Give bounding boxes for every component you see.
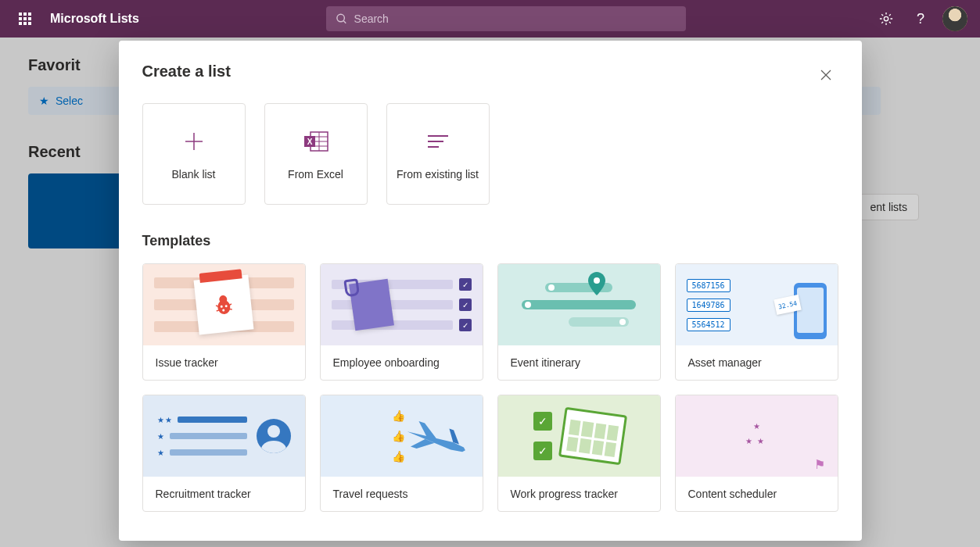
- svg-text:X: X: [307, 138, 312, 146]
- templates-heading: Templates: [142, 233, 838, 249]
- option-label: From Excel: [288, 168, 343, 181]
- template-work-progress[interactable]: ✓ ✓ Work progress tracker: [497, 395, 661, 512]
- svg-point-2: [884, 16, 888, 20]
- option-label: From existing list: [397, 168, 479, 181]
- help-button[interactable]: ?: [908, 6, 933, 31]
- person-icon: [257, 419, 291, 453]
- flag-icon: ⚑: [814, 457, 825, 472]
- template-preview: 👍 👍 👍: [321, 395, 483, 477]
- template-preview: ✓ ✓ ✓: [321, 264, 483, 345]
- search-input[interactable]: [354, 13, 677, 25]
- template-preview: ✓ ✓: [498, 395, 660, 477]
- phone-icon: [794, 283, 827, 339]
- template-preview: 5687156 1649786 5564512 32.54: [676, 264, 838, 345]
- settings-button[interactable]: [874, 6, 899, 31]
- asset-id: 1649786: [687, 299, 731, 312]
- template-preview: ★★ ★ ★: [143, 395, 305, 477]
- template-preview: [498, 264, 660, 345]
- help-icon: ?: [917, 11, 924, 27]
- template-recruitment-tracker[interactable]: ★★ ★ ★ Recruitment tracker: [142, 395, 306, 512]
- create-list-dialog: Create a list Blank list X From Excel: [119, 41, 862, 541]
- template-content-scheduler[interactable]: ⚑ Content scheduler: [675, 395, 838, 512]
- close-button[interactable]: [813, 63, 838, 88]
- template-label: Issue tracker: [143, 345, 305, 380]
- excel-icon: X: [302, 127, 330, 156]
- svg-point-0: [337, 14, 344, 21]
- gear-icon: [879, 12, 893, 26]
- option-label: Blank list: [171, 168, 215, 181]
- dialog-title: Create a list: [142, 63, 231, 80]
- option-from-excel[interactable]: X From Excel: [264, 103, 368, 205]
- svg-line-25: [229, 309, 232, 309]
- option-from-existing[interactable]: From existing list: [386, 103, 490, 205]
- asset-id: 5564512: [687, 318, 731, 331]
- template-asset-manager[interactable]: 5687156 1649786 5564512 32.54 Asset mana…: [675, 263, 838, 381]
- pin-icon: [588, 272, 605, 295]
- svg-line-1: [344, 21, 346, 23]
- plus-icon: [180, 127, 208, 156]
- template-label: Work progress tracker: [498, 477, 660, 511]
- template-label: Event itinerary: [498, 345, 660, 380]
- template-employee-onboarding[interactable]: ✓ ✓ ✓ Employee onboarding: [320, 263, 483, 381]
- template-label: Recruitment tracker: [143, 477, 305, 511]
- template-label: Content scheduler: [676, 477, 838, 511]
- option-blank-list[interactable]: Blank list: [142, 103, 246, 205]
- calendar-icon: [558, 407, 627, 466]
- template-label: Travel requests: [321, 477, 483, 511]
- user-avatar[interactable]: [942, 6, 967, 31]
- asset-id: 5687156: [687, 279, 731, 292]
- waffle-icon: [19, 13, 31, 25]
- template-label: Employee onboarding: [321, 345, 483, 380]
- template-travel-requests[interactable]: 👍 👍 👍 Travel requests: [320, 395, 483, 512]
- template-preview: [143, 264, 305, 345]
- close-icon: [820, 70, 831, 80]
- template-preview: ⚑: [676, 395, 838, 477]
- template-event-itinerary[interactable]: Event itinerary: [497, 263, 661, 381]
- template-label: Asset manager: [676, 345, 838, 380]
- template-issue-tracker[interactable]: Issue tracker: [142, 263, 306, 381]
- bug-icon: [211, 292, 237, 318]
- list-icon: [424, 127, 452, 156]
- app-title: Microsoft Lists: [50, 12, 139, 26]
- app-header: Microsoft Lists ?: [0, 0, 980, 38]
- app-launcher-button[interactable]: [6, 0, 44, 38]
- svg-point-26: [594, 277, 600, 284]
- search-box[interactable]: [326, 6, 686, 31]
- search-icon: [336, 13, 347, 25]
